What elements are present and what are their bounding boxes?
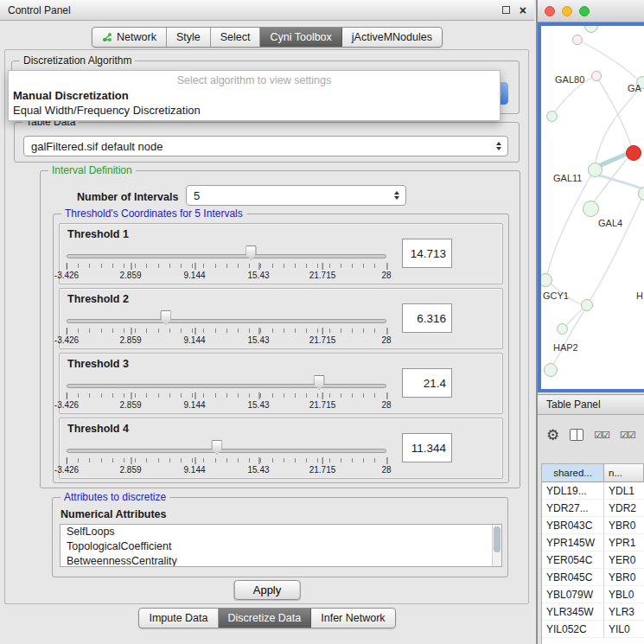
scale-label: 21.715	[309, 400, 336, 410]
table-cell[interactable]: YBL079W	[542, 586, 604, 603]
table-cell[interactable]: YDR27...	[542, 500, 604, 517]
table-cell[interactable]: YIL052C	[542, 621, 604, 638]
network-node-selected[interactable]	[626, 145, 641, 161]
table-cell[interactable]: YDL1	[604, 482, 644, 500]
network-node[interactable]	[557, 323, 568, 335]
threshold-value[interactable]: 6.316	[402, 303, 452, 333]
threshold-value[interactable]: 21.4	[402, 368, 452, 398]
table-header-cell[interactable]: shared...	[542, 464, 604, 482]
list-item[interactable]: SelfLoops	[61, 525, 501, 539]
table-data-combo[interactable]: galFiltered.sif default node	[23, 136, 508, 156]
network-node[interactable]	[546, 111, 558, 122]
table-row[interactable]: YBR045C YBR0	[542, 569, 644, 586]
select-rows-icon[interactable]: ☑☑	[620, 430, 635, 441]
table-cell[interactable]: YBR045C	[542, 569, 604, 586]
threshold-slider[interactable]: -3.426 2.859 9.144 15.43 21.715 28	[67, 248, 386, 283]
tab-label: jActiveMNodules	[352, 31, 432, 43]
slider-track[interactable]	[67, 449, 386, 453]
scale-label: 28	[381, 271, 391, 280]
scale-label: -3.426	[54, 465, 79, 475]
scale-label: 2.859	[119, 400, 141, 410]
table-row[interactable]: YPR145W YPR1	[542, 534, 644, 552]
threshold-slider[interactable]: -3.426 2.859 9.144 15.43 21.715 28	[67, 378, 386, 412]
table-cell[interactable]: YBR0	[604, 569, 644, 586]
network-canvas[interactable]: GAL80 GA GAL11 GAL4 GCY1 H HAP2	[541, 26, 644, 389]
group-title: Attributes to discretize	[61, 491, 169, 503]
threshold-row-3: Threshold 3 -3.426 2.859 9.144 15.43 21.…	[59, 353, 503, 414]
scale-label: 21.715	[309, 465, 336, 475]
bottom-tabstrip: Impute Data Discretize Data Infer Networ…	[0, 608, 534, 628]
node-label: HAP2	[553, 342, 578, 353]
table-row[interactable]: YBL079W YBL0	[542, 586, 644, 603]
table-cell[interactable]: YLR3	[604, 603, 644, 621]
table-cell[interactable]: YER054C	[542, 552, 604, 569]
table-cell[interactable]: YBR043C	[542, 517, 604, 534]
scrollbar-thumb[interactable]	[494, 526, 501, 552]
table-row[interactable]: YER054C YER0	[542, 552, 644, 569]
float-window-icon[interactable]	[502, 6, 510, 14]
tab-discretize-data[interactable]: Discretize Data	[219, 609, 312, 628]
close-light-icon[interactable]	[545, 6, 555, 16]
apply-button[interactable]: Apply	[234, 580, 301, 600]
tab-cyni-toolbox[interactable]: Cyni Toolbox	[260, 28, 341, 47]
select-columns-icon[interactable]: ☑☑	[594, 430, 609, 441]
tab-impute-data[interactable]: Impute Data	[139, 609, 218, 628]
list-item[interactable]: BetweennessCentrality	[61, 554, 501, 567]
network-node[interactable]	[572, 35, 583, 45]
popup-option-manual[interactable]: Manual Discretization	[9, 88, 500, 103]
table-cell[interactable]: YER0	[604, 552, 644, 569]
scale-label: 2.859	[119, 271, 141, 280]
close-icon[interactable]: ×	[520, 6, 526, 15]
network-node[interactable]	[544, 363, 558, 377]
threshold-value[interactable]: 14.713	[402, 239, 452, 268]
node-label: GAL11	[553, 173, 582, 183]
network-node[interactable]	[583, 201, 599, 217]
slider-track[interactable]	[67, 254, 386, 258]
table-cell[interactable]: YBL0	[604, 586, 644, 603]
popup-option-equal-width[interactable]: Equal Width/Frequency Discretization	[9, 103, 500, 118]
slider-track[interactable]	[67, 384, 386, 388]
gear-icon[interactable]: ⚙	[546, 428, 559, 443]
threshold-label: Threshold 4	[67, 423, 129, 435]
network-node[interactable]	[588, 163, 603, 177]
minimize-light-icon[interactable]	[562, 6, 572, 16]
tab-select[interactable]: Select	[211, 28, 261, 47]
list-item[interactable]: TopologicalCoefficient	[61, 539, 501, 554]
node-label: GAL4	[598, 218, 622, 228]
threshold-slider[interactable]: -3.426 2.859 9.144 15.43 21.715 28	[67, 443, 386, 477]
scale-label: 9.144	[183, 465, 205, 475]
number-of-intervals-combo[interactable]: 5	[186, 185, 406, 206]
table-row[interactable]: YIL052C YIL0	[542, 621, 644, 638]
network-node[interactable]	[591, 71, 602, 81]
threshold-slider[interactable]: -3.426 2.859 9.144 15.43 21.715 28	[67, 313, 386, 348]
slider-track[interactable]	[67, 319, 386, 323]
table-cell[interactable]: YBR0	[604, 517, 644, 534]
list-scrollbar[interactable]	[492, 525, 501, 566]
tab-network[interactable]: Network	[92, 28, 167, 47]
table-row[interactable]: YDR27... YDR2	[542, 500, 644, 517]
table-row[interactable]: YLR345W YLR3	[542, 603, 644, 621]
threshold-row-2: Threshold 2 -3.426 2.859 9.144 15.43 21.…	[59, 288, 503, 349]
node-label: GAL80	[555, 74, 584, 85]
zoom-light-icon[interactable]	[579, 6, 590, 16]
number-of-intervals-label: Number of Intervals	[77, 191, 178, 203]
attributes-list[interactable]: SelfLoops TopologicalCoefficient Between…	[60, 524, 502, 567]
tab-style[interactable]: Style	[167, 28, 211, 47]
table-row[interactable]: YDL19... YDL1	[542, 482, 644, 500]
table-cell[interactable]: YPR145W	[542, 534, 604, 552]
table-cell[interactable]: YDR2	[604, 500, 644, 517]
algorithm-popup: Select algorithm to view settings Manual…	[8, 70, 501, 121]
scale-label: 28	[381, 335, 391, 345]
table-header-cell[interactable]: n...	[604, 464, 644, 482]
slider-ticks	[67, 328, 386, 333]
table-row[interactable]: YBR043C YBR0	[542, 517, 644, 534]
table-cell[interactable]: YPR1	[604, 534, 644, 552]
table-cell[interactable]: YLR345W	[542, 603, 604, 621]
table-cell[interactable]: YIL0	[604, 621, 644, 638]
columns-icon[interactable]	[570, 429, 583, 441]
threshold-value[interactable]: 11.344	[402, 433, 452, 462]
table-cell[interactable]: YDL19...	[542, 482, 604, 500]
tab-infer-network[interactable]: Infer Network	[311, 609, 394, 628]
tab-jactivemnodules[interactable]: jActiveMNodules	[342, 28, 442, 47]
network-node[interactable]	[581, 299, 593, 311]
